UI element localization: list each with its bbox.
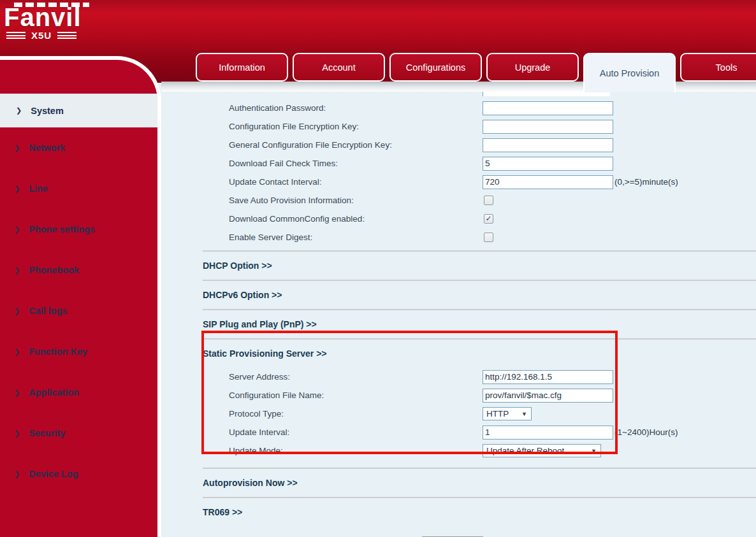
- select-update-mode[interactable]: Update After Reboot▼: [483, 444, 601, 457]
- field-label-save-auto-provision-information: Save Auto Provision Information:: [229, 196, 483, 205]
- field-label-general-configuration-file-encryption-key: General Configuration File Encryption Ke…: [229, 140, 483, 150]
- auto-provision-form: Authentication Password:Configuration Fi…: [161, 99, 756, 247]
- tab-auto-provision[interactable]: Auto Provision: [583, 53, 676, 92]
- form-row: Update Mode:Update After Reboot▼: [161, 441, 756, 460]
- form-row: Authentication Password:: [161, 99, 756, 117]
- clipped-top-input[interactable]: [483, 92, 610, 96]
- field-label-server-address: Server Address:: [229, 372, 483, 382]
- static-provisioning-form: Server Address:Configuration File Name:P…: [161, 368, 756, 460]
- section-header-dhcp-option[interactable]: DHCP Option >>: [161, 261, 756, 271]
- form-row: Save Auto Provision Information:✓: [161, 191, 756, 210]
- field-label-configuration-file-encryption-key: Configuration File Encryption Key:: [229, 122, 483, 131]
- field-label-update-contact-interval: Update Contact Interval:: [229, 177, 483, 187]
- form-row: General Configuration File Encryption Ke…: [161, 136, 756, 154]
- chevron-right-icon: ❯: [14, 429, 20, 438]
- section-header-dhcpv6-option[interactable]: DHCPv6 Option >>: [161, 290, 756, 301]
- chevron-right-icon: ❯: [14, 307, 20, 315]
- chevron-right-icon: ❯: [14, 348, 20, 356]
- input-general-configuration-file-encryption-key[interactable]: [483, 138, 613, 152]
- sidebar-item-label: Network: [29, 143, 65, 153]
- field-label-update-interval: Update Interval:: [229, 427, 483, 437]
- form-row: Update Contact Interval:(0,>=5)minute(s): [161, 173, 756, 191]
- sidebar-item-call-logs[interactable]: ❯Call logs: [0, 290, 157, 331]
- selected-value: Update After Reboot: [486, 446, 564, 455]
- form-row: Configuration File Name:: [161, 386, 756, 405]
- field-label-protocol-type: Protocol Type:: [229, 409, 483, 419]
- sidebar-item-network[interactable]: ❯Network: [0, 127, 157, 168]
- sidebar-item-label: Application: [29, 387, 79, 397]
- sidebar-item-system[interactable]: ❯System: [0, 94, 157, 127]
- logo-lines-left-icon: [6, 32, 25, 39]
- static-provisioning-section: Static Provisioning Server >> Server Add…: [161, 340, 756, 469]
- sidebar-item-device-log[interactable]: ❯Device Log: [0, 454, 157, 494]
- sidebar: ❯System❯Network❯Line❯Phone settings❯Phon…: [0, 56, 161, 537]
- sidebar-item-label: Security: [29, 428, 65, 438]
- sidebar-item-label: System: [31, 106, 64, 116]
- sidebar-item-line[interactable]: ❯Line: [0, 168, 157, 209]
- input-authentication-password[interactable]: [483, 101, 613, 115]
- tab-configurations[interactable]: Configurations: [389, 53, 482, 82]
- input-server-address[interactable]: [483, 370, 613, 384]
- form-row: Server Address:: [161, 368, 756, 386]
- sidebar-item-application[interactable]: ❯Application: [0, 372, 157, 413]
- tab-information[interactable]: Information: [196, 53, 288, 82]
- field-label-update-mode: Update Mode:: [229, 446, 483, 455]
- sidebar-item-label: Device Log: [29, 469, 78, 479]
- logo-text: Fanvil: [4, 4, 89, 30]
- collapsed-sections-after: Autoprovision Now >>TR069 >>: [161, 469, 756, 526]
- tab-tools[interactable]: Tools: [680, 53, 756, 82]
- clipped-field-wrapper: [483, 92, 610, 96]
- form-row: Download CommonConfig enabled:✓: [161, 210, 756, 228]
- checkbox-download-commonconfig-enabled[interactable]: ✓: [484, 214, 493, 224]
- input-update-interval[interactable]: [483, 426, 613, 440]
- form-row: Download Fail Check Times:: [161, 154, 756, 173]
- input-configuration-file-encryption-key[interactable]: [483, 120, 613, 134]
- chevron-right-icon: ❯: [14, 389, 20, 397]
- main-content: Authentication Password:Configuration Fi…: [161, 82, 756, 537]
- section-header-static-provisioning[interactable]: Static Provisioning Server >>: [161, 348, 756, 359]
- sidebar-item-phonebook[interactable]: ❯Phonebook: [0, 250, 157, 290]
- sidebar-item-function-key[interactable]: ❯Function Key: [0, 331, 157, 372]
- section-header-autoprovision-now[interactable]: Autoprovision Now >>: [161, 478, 756, 489]
- fanvil-logo: Fanvil X5U: [4, 3, 89, 41]
- checkbox-enable-server-digest[interactable]: ✓: [484, 233, 493, 242]
- form-row: Configuration File Encryption Key:: [161, 117, 756, 136]
- form-row: Update Interval:(1~2400)Hour(s): [161, 423, 756, 441]
- chevron-right-icon: ❯: [14, 226, 20, 234]
- checkmark-icon: ✓: [485, 215, 491, 222]
- field-label-download-commonconfig-enabled: Download CommonConfig enabled:: [229, 214, 483, 224]
- sidebar-item-label: Call logs: [29, 306, 67, 316]
- chevron-right-icon: ❯: [14, 470, 20, 478]
- sidebar-item-phone-settings[interactable]: ❯Phone settings: [0, 209, 157, 250]
- top-tab-bar: InformationAccountConfigurationsUpgradeA…: [196, 53, 756, 92]
- section-header-sip-plug-and-play-pnp[interactable]: SIP Plug and Play (PnP) >>: [161, 319, 756, 330]
- tab-account[interactable]: Account: [293, 53, 385, 82]
- input-download-fail-check-times[interactable]: [483, 157, 613, 171]
- sidebar-item-label: Phonebook: [29, 265, 79, 275]
- input-configuration-file-name[interactable]: [483, 389, 613, 403]
- field-hint: (1~2400)Hour(s): [614, 427, 678, 437]
- selected-value: HTTP: [486, 409, 509, 419]
- field-label-configuration-file-name: Configuration File Name:: [229, 390, 483, 400]
- logo-lines-right-icon: [57, 32, 76, 39]
- section-header-tr069[interactable]: TR069 >>: [161, 507, 756, 518]
- field-hint: (0,>=5)minute(s): [614, 177, 678, 187]
- field-label-enable-server-digest: Enable Server Digest:: [229, 233, 483, 242]
- form-row: Enable Server Digest:✓: [161, 228, 756, 247]
- chevron-right-icon: ❯: [14, 185, 20, 193]
- chevron-right-icon: ❯: [14, 266, 20, 275]
- collapsed-sections: DHCP Option >>DHCPv6 Option >>SIP Plug a…: [161, 252, 756, 340]
- input-update-contact-interval[interactable]: [483, 175, 613, 189]
- chevron-right-icon: ❯: [16, 106, 22, 115]
- sidebar-nav: ❯System❯Network❯Line❯Phone settings❯Phon…: [0, 60, 157, 494]
- sidebar-item-label: Phone settings: [29, 224, 95, 234]
- field-label-authentication-password: Authentication Password:: [229, 103, 483, 113]
- dropdown-arrow-icon: ▼: [591, 448, 597, 454]
- tab-upgrade[interactable]: Upgrade: [486, 53, 579, 82]
- checkbox-save-auto-provision-information[interactable]: ✓: [484, 196, 493, 205]
- chevron-right-icon: ❯: [14, 144, 20, 152]
- sidebar-item-label: Function Key: [29, 347, 87, 357]
- sidebar-item-security[interactable]: ❯Security: [0, 413, 157, 454]
- select-protocol-type[interactable]: HTTP▼: [483, 407, 532, 420]
- form-row: Protocol Type:HTTP▼: [161, 405, 756, 423]
